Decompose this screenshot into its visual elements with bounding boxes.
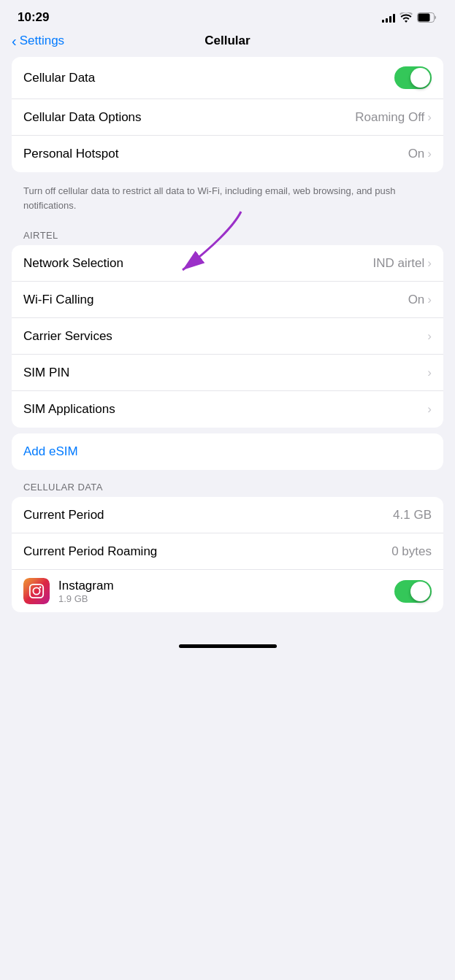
cellular-main-group: Cellular Data Cellular Data Options Roam… [12,57,443,172]
content: Cellular Data Cellular Data Options Roam… [0,57,455,633]
cellular-description: Turn off cellular data to restrict all d… [0,178,455,224]
sim-pin-row[interactable]: SIM PIN › [12,355,443,391]
cellular-data-stats-group: Current Period 4.1 GB Current Period Roa… [12,497,443,612]
svg-point-4 [33,587,39,594]
navigation-bar: ‹ Settings Cellular [0,31,455,57]
network-selection-row[interactable]: Network Selection IND airtel › [12,245,443,282]
back-chevron-icon: ‹ [12,34,17,48]
network-selection-label: Network Selection [23,256,372,271]
battery-icon [417,12,437,23]
instagram-info: Instagram 1.9 GB [58,579,394,604]
page-title: Cellular [204,34,250,48]
personal-hotspot-row[interactable]: Personal Hotspot On › [12,136,443,172]
status-bar: 10:29 [0,0,455,31]
toggle-knob [410,68,430,88]
personal-hotspot-value: On › [408,147,432,161]
sim-applications-row[interactable]: SIM Applications › [12,391,443,428]
svg-point-5 [39,587,42,589]
carrier-services-value: › [427,329,432,344]
personal-hotspot-label: Personal Hotspot [23,147,408,161]
carrier-services-row[interactable]: Carrier Services › [12,318,443,355]
instagram-name: Instagram [58,579,394,593]
status-time: 10:29 [18,10,49,25]
instagram-row: Instagram 1.9 GB [12,570,443,612]
airtel-section-label: AIRTEL [0,224,455,245]
chevron-icon: › [427,147,432,161]
status-icons [382,12,437,23]
sim-applications-label: SIM Applications [23,402,427,417]
instagram-toggle[interactable] [394,580,432,603]
sim-pin-label: SIM PIN [23,366,427,380]
current-period-roaming-value: 0 bytes [391,544,432,559]
chevron-icon: › [427,256,432,271]
cellular-data-row: Cellular Data [12,57,443,99]
instagram-app-icon [23,578,50,604]
wifi-icon [399,12,413,23]
wifi-calling-row[interactable]: Wi-Fi Calling On › [12,282,443,318]
back-button[interactable]: ‹ Settings [12,34,64,48]
instagram-size: 1.9 GB [58,593,394,604]
current-period-label: Current Period [23,508,393,522]
current-period-roaming-label: Current Period Roaming [23,544,391,559]
svg-rect-3 [30,584,43,598]
chevron-icon: › [427,110,432,125]
signal-bars-icon [382,12,395,23]
sim-applications-value: › [427,402,432,417]
toggle-knob [410,582,430,601]
home-indicator [179,644,277,648]
current-period-row: Current Period 4.1 GB [12,497,443,533]
current-period-value: 4.1 GB [393,508,432,522]
cellular-data-options-row[interactable]: Cellular Data Options Roaming Off › [12,99,443,136]
wifi-calling-value: On › [408,293,432,307]
chevron-icon: › [427,366,432,380]
add-esim-label: Add eSIM [23,444,432,459]
chevron-icon: › [427,293,432,307]
instagram-icon-container [23,578,50,604]
cellular-data-toggle[interactable] [394,66,432,89]
cellular-data-options-value: Roaming Off › [355,110,432,125]
cellular-data-label: Cellular Data [23,71,394,85]
wifi-calling-label: Wi-Fi Calling [23,293,408,307]
carrier-services-label: Carrier Services [23,329,427,344]
sim-pin-value: › [427,366,432,380]
chevron-icon: › [427,329,432,344]
airtel-group: Network Selection IND airtel › Wi-Fi Cal… [12,245,443,428]
svg-rect-1 [418,14,430,22]
back-label: Settings [20,34,64,48]
add-esim-row[interactable]: Add eSIM [12,433,443,470]
chevron-icon: › [427,402,432,417]
cellular-data-section-label: CELLULAR DATA [0,476,455,497]
cellular-data-options-label: Cellular Data Options [23,110,355,125]
current-period-roaming-row: Current Period Roaming 0 bytes [12,533,443,570]
network-selection-value: IND airtel › [372,256,432,271]
add-esim-group: Add eSIM [12,433,443,470]
